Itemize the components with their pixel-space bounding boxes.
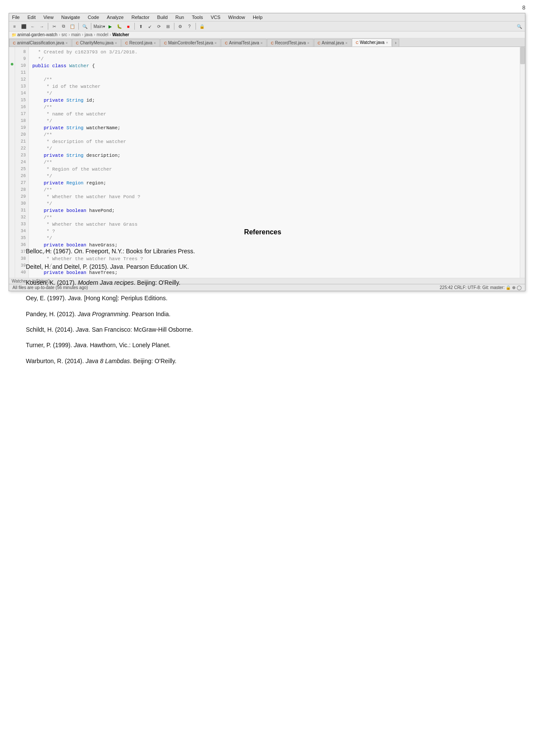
gutter-38	[9, 254, 15, 261]
tab-animal-test[interactable]: C AnimalTest.java ×	[221, 39, 267, 47]
tab-overflow[interactable]: ›	[392, 39, 399, 47]
linenum-23: 23	[17, 152, 26, 159]
toolbar-btn-search2[interactable]: 🔍	[515, 22, 523, 30]
tab-record-test[interactable]: C RecordTest.java ×	[267, 39, 313, 47]
gutter-8	[9, 47, 15, 54]
ref-deitel-italic: Java	[110, 263, 123, 270]
toolbar-btn-extra[interactable]: 🔒	[198, 22, 206, 30]
menu-run[interactable]: Run	[174, 14, 185, 20]
gutter-16	[9, 102, 15, 109]
breadcrumb-main[interactable]: main	[71, 32, 81, 37]
tab-close-6[interactable]: ×	[307, 41, 309, 45]
tab-icon-1: C	[13, 41, 16, 45]
menu-help[interactable]: Help	[251, 14, 264, 20]
menu-build[interactable]: Build	[156, 14, 169, 20]
gutter-35	[9, 233, 15, 240]
code-line-30: */	[32, 200, 516, 207]
linenum-37: 37	[17, 249, 26, 255]
tab-main-controller-test[interactable]: C MainControllerTest.java ×	[160, 39, 220, 47]
tab-animal[interactable]: C Animal.java ×	[314, 39, 351, 47]
toolbar-btn-git2[interactable]: ↙	[146, 22, 154, 30]
gutter-19	[9, 123, 15, 130]
tab-record[interactable]: C Record.java ×	[121, 39, 160, 47]
tab-close-2[interactable]: ×	[115, 41, 117, 45]
toolbar-btn-git3[interactable]: ⟳	[155, 22, 163, 30]
code-line-33: * Whether the watcher have Grass	[32, 221, 516, 228]
linenum-14: 14	[17, 90, 26, 97]
linenum-16: 16	[17, 104, 26, 111]
toolbar-sep-1	[48, 23, 48, 30]
tab-charity-menu[interactable]: C CharityMenu.java ×	[72, 39, 121, 47]
ref-kousen-rest: . Beijing: O'Reilly.	[134, 279, 180, 286]
toolbar-btn-paste[interactable]: 📋	[68, 22, 76, 30]
project-icon: 📁	[12, 33, 16, 37]
linenum-26: 26	[17, 173, 26, 180]
gutter-10	[9, 61, 15, 68]
toolbar-btn-1[interactable]: ≡	[11, 22, 19, 30]
breadcrumb-sep-3: ›	[82, 32, 83, 37]
code-line-20: /**	[32, 131, 516, 138]
linenum-34: 34	[17, 228, 26, 235]
breadcrumb-model[interactable]: model	[96, 32, 108, 37]
menu-analyze[interactable]: Analyze	[106, 14, 125, 20]
toolbar-btn-2[interactable]: ⬛	[20, 22, 28, 30]
toolbar-btn-stop[interactable]: ■	[124, 22, 132, 30]
toolbar-sep-2	[78, 23, 79, 30]
toolbar-btn-help[interactable]: ?	[186, 22, 193, 30]
tab-icon-4: C	[164, 41, 167, 45]
menu-navigate[interactable]: Navigate	[60, 14, 81, 20]
tab-icon-5: C	[225, 41, 228, 45]
menu-refactor[interactable]: Refactor	[130, 14, 151, 20]
ref-pandey-rest: . Pearson India.	[128, 311, 171, 317]
menu-tools[interactable]: Tools	[190, 14, 204, 20]
toolbar-btn-forward[interactable]: →	[38, 22, 46, 30]
linenum-22: 22	[17, 145, 26, 152]
toolbar-btn-copy[interactable]: ⧉	[59, 22, 67, 30]
code-line-14: */	[32, 90, 516, 97]
tab-icon-2: C	[76, 41, 79, 45]
linenum-35: 35	[17, 235, 26, 242]
menu-file[interactable]: File	[11, 14, 21, 20]
breadcrumb-watcher[interactable]: Watcher	[112, 32, 129, 37]
tab-close-3[interactable]: ×	[154, 41, 156, 45]
toolbar-btn-git[interactable]: ⬆	[137, 22, 145, 30]
tab-close-5[interactable]: ×	[261, 41, 263, 45]
code-line-16: /**	[32, 104, 516, 111]
tab-icon-7: C	[318, 41, 321, 45]
linenum-38: 38	[17, 255, 26, 262]
breadcrumb-project[interactable]: 📁 animal-garden-watch	[12, 32, 57, 37]
toolbar-btn-diff[interactable]: ⊞	[164, 22, 172, 30]
ref-warburton-author: Warburton, R. (2014).	[26, 358, 86, 364]
gutter-18	[9, 116, 15, 123]
code-line-26: */	[32, 173, 516, 180]
menu-view[interactable]: View	[42, 14, 55, 20]
breadcrumb-bar: 📁 animal-garden-watch › src › main › jav…	[9, 31, 525, 38]
right-scrollbar[interactable]	[520, 47, 525, 278]
gutter-32	[9, 212, 15, 219]
menu-vcs[interactable]: VCS	[209, 14, 222, 20]
toolbar-btn-cut[interactable]: ✂	[50, 22, 58, 30]
tab-animal-classification[interactable]: C animalClassification.java ×	[9, 39, 71, 47]
gutter-17	[9, 109, 15, 116]
menu-window[interactable]: Window	[227, 14, 246, 20]
toolbar-btn-back[interactable]: ←	[29, 22, 37, 30]
linenum-31: 31	[17, 207, 26, 214]
toolbar-btn-run[interactable]: ▶	[106, 22, 114, 30]
toolbar-btn-debug[interactable]: 🐛	[115, 22, 123, 30]
scrollbar-thumb[interactable]	[520, 47, 525, 64]
breadcrumb-sep-5: ›	[109, 32, 111, 37]
code-line-9: */	[32, 56, 516, 62]
menu-code[interactable]: Code	[87, 14, 100, 20]
tab-watcher[interactable]: C Watcher.java ×	[352, 38, 392, 47]
tab-close-8[interactable]: ×	[386, 40, 388, 45]
breadcrumb-java[interactable]: java	[84, 32, 92, 37]
menu-edit[interactable]: Edit	[26, 14, 37, 20]
toolbar-btn-search[interactable]: 🔍	[81, 22, 89, 30]
toolbar-btn-settings[interactable]: ⚙	[177, 22, 184, 30]
tab-close-7[interactable]: ×	[345, 41, 348, 45]
tab-close-4[interactable]: ×	[214, 41, 217, 45]
breadcrumb-src[interactable]: src	[62, 32, 67, 37]
tab-icon-6: C	[271, 41, 274, 45]
ref-deitel-rest: . Pearson Education UK.	[123, 263, 189, 270]
tab-close-1[interactable]: ×	[65, 41, 68, 45]
